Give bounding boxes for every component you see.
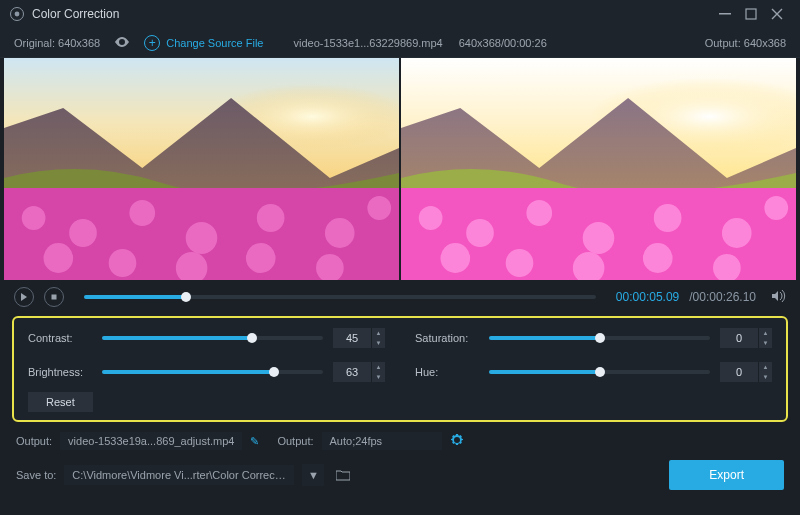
brightness-control: Brightness: 63▲▼: [28, 362, 385, 382]
close-button[interactable]: [764, 3, 790, 25]
spin-up-icon: ▲: [372, 328, 385, 338]
stop-button[interactable]: [44, 287, 64, 307]
brightness-spinner[interactable]: 63▲▼: [333, 362, 385, 382]
maximize-button[interactable]: [738, 3, 764, 25]
svg-point-28: [654, 204, 682, 232]
saturation-label: Saturation:: [415, 332, 479, 344]
contrast-label: Contrast:: [28, 332, 92, 344]
svg-point-8: [22, 206, 46, 230]
hue-slider[interactable]: [489, 370, 710, 374]
svg-point-25: [466, 219, 494, 247]
output-file-field: video-1533e19a...869_adjust.mp4: [60, 432, 242, 450]
color-controls-panel: Contrast: 45▲▼ Saturation: 0▲▼ Brightnes…: [12, 316, 788, 422]
minimize-button[interactable]: [712, 3, 738, 25]
saturation-slider[interactable]: [489, 336, 710, 340]
save-path-field: C:\Vidmore\Vidmore Vi...rter\Color Corre…: [64, 465, 294, 485]
hue-label: Hue:: [415, 366, 479, 378]
brightness-slider[interactable]: [102, 370, 323, 374]
svg-point-30: [764, 196, 788, 220]
saturation-spinner[interactable]: 0▲▼: [720, 328, 772, 348]
contrast-spinner[interactable]: 45▲▼: [333, 328, 385, 348]
source-meta: 640x368/00:00:26: [459, 37, 547, 49]
svg-rect-36: [52, 295, 57, 300]
open-folder-button[interactable]: [332, 464, 354, 486]
svg-point-29: [722, 218, 752, 248]
svg-point-14: [367, 196, 391, 220]
contrast-slider[interactable]: [102, 336, 323, 340]
output-label-1: Output:: [16, 435, 52, 447]
titlebar: Color Correction: [0, 0, 800, 28]
reset-button[interactable]: Reset: [28, 392, 93, 412]
time-total: /00:00:26.10: [689, 290, 756, 304]
brightness-label: Brightness:: [28, 366, 92, 378]
svg-point-3: [121, 40, 124, 43]
plus-icon: +: [144, 35, 160, 51]
output-row: Output: video-1533e19a...869_adjust.mp4 …: [0, 428, 800, 454]
svg-point-0: [15, 12, 20, 17]
preview-output: [401, 58, 796, 280]
path-dropdown-button[interactable]: ▼: [302, 464, 324, 486]
infobar: Original: 640x368 + Change Source File v…: [0, 28, 800, 58]
svg-point-26: [526, 200, 552, 226]
svg-point-11: [186, 222, 218, 254]
svg-point-13: [325, 218, 355, 248]
svg-point-18: [246, 243, 276, 273]
transport-bar: 00:00:05.09/00:00:26.10: [0, 280, 800, 314]
svg-point-24: [419, 206, 443, 230]
preview-row: [0, 58, 800, 280]
svg-point-15: [44, 243, 74, 273]
svg-point-34: [643, 243, 673, 273]
svg-point-32: [506, 249, 534, 277]
preview-toggle-icon[interactable]: [114, 37, 130, 49]
spin-down-icon: ▼: [372, 338, 385, 348]
output-format-field: Auto;24fps: [322, 432, 442, 450]
hue-spinner[interactable]: 0▲▼: [720, 362, 772, 382]
save-to-label: Save to:: [16, 469, 56, 481]
svg-point-10: [129, 200, 155, 226]
output-size-label: Output: 640x368: [705, 37, 786, 49]
preview-original: [4, 58, 399, 280]
hue-control: Hue: 0▲▼: [415, 362, 772, 382]
save-row: Save to: C:\Vidmore\Vidmore Vi...rter\Co…: [0, 454, 800, 498]
change-source-label: Change Source File: [166, 37, 263, 49]
svg-rect-2: [746, 9, 756, 19]
volume-icon[interactable]: [772, 290, 786, 305]
change-source-button[interactable]: + Change Source File: [144, 35, 263, 51]
svg-rect-1: [719, 13, 731, 15]
timeline-slider[interactable]: [84, 295, 596, 299]
svg-point-27: [583, 222, 615, 254]
app-logo-icon: [10, 7, 24, 21]
svg-point-16: [109, 249, 137, 277]
contrast-control: Contrast: 45▲▼: [28, 328, 385, 348]
edit-output-icon[interactable]: ✎: [250, 435, 259, 448]
output-label-2: Output:: [277, 435, 313, 447]
export-button[interactable]: Export: [669, 460, 784, 490]
original-size-label: Original: 640x368: [14, 37, 100, 49]
svg-point-9: [69, 219, 97, 247]
saturation-control: Saturation: 0▲▼: [415, 328, 772, 348]
time-current: 00:00:05.09: [616, 290, 679, 304]
svg-point-31: [441, 243, 471, 273]
source-filename: video-1533e1...63229869.mp4: [293, 37, 442, 49]
svg-point-12: [257, 204, 285, 232]
settings-icon[interactable]: [450, 433, 464, 449]
play-button[interactable]: [14, 287, 34, 307]
window-title: Color Correction: [32, 7, 119, 21]
